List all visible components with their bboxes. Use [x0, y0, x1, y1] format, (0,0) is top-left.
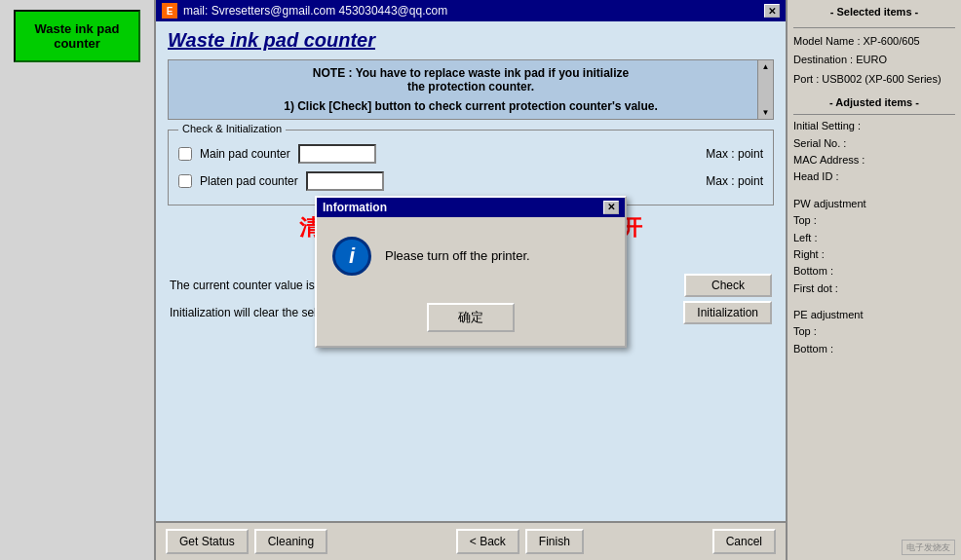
title-bar-left: E mail: Svresetters@gmail.com 453030443@…: [162, 3, 447, 19]
pw-adjustment-label: PW adjustment: [793, 197, 955, 211]
modal-footer: 确定: [317, 295, 625, 346]
pe-adjustment-label: PE adjustment: [793, 308, 955, 322]
modal-message: Please turn off the printer.: [385, 248, 530, 263]
modal-close-button[interactable]: ✕: [603, 201, 619, 214]
initial-setting: Initial Setting :: [793, 119, 955, 133]
pe-adjustment-section: PE adjustment Top : Bottom :: [793, 306, 955, 358]
pe-top: Top :: [793, 324, 955, 339]
destination: Destination : EURO: [793, 53, 955, 67]
serial-no: Serial No. :: [793, 136, 955, 151]
pw-top: Top :: [793, 213, 955, 228]
toolbar-center: < Back Finish: [333, 529, 707, 554]
head-id: Head ID :: [793, 169, 955, 184]
main-area: E mail: Svresetters@gmail.com 453030443@…: [156, 0, 786, 560]
email-bar: mail: Svresetters@gmail.com 453030443@qq…: [183, 4, 447, 18]
title-bar: E mail: Svresetters@gmail.com 453030443@…: [156, 0, 786, 21]
modal-ok-button[interactable]: 确定: [427, 303, 515, 332]
modal-overlay: Information ✕ i Please turn off the prin…: [156, 21, 786, 521]
first-dot: First dot :: [793, 281, 955, 296]
sidebar: Waste ink pad counter: [0, 0, 156, 560]
info-icon: i: [332, 237, 371, 276]
content-area: Waste ink pad counter NOTE : You have to…: [156, 21, 786, 521]
adjusted-items-title: - Adjusted items -: [793, 96, 955, 108]
divider-2: [793, 114, 955, 115]
information-dialog: Information ✕ i Please turn off the prin…: [315, 196, 627, 348]
divider-1: [793, 27, 955, 28]
modal-body: i Please turn off the printer.: [317, 217, 625, 295]
toolbar: Get Status Cleaning < Back Finish Cancel: [156, 521, 786, 560]
adjusted-section: - Adjusted items - Initial Setting : Ser…: [793, 96, 955, 187]
sidebar-item-waste-ink[interactable]: Waste ink pad counter: [14, 10, 140, 62]
logo-watermark: 电子发烧友: [902, 540, 955, 555]
pw-bottom: Bottom :: [793, 264, 955, 279]
app-icon: E: [162, 3, 177, 19]
modal-titlebar: Information ✕: [317, 198, 625, 217]
pw-left: Left :: [793, 231, 955, 245]
cleaning-button[interactable]: Cleaning: [254, 529, 327, 554]
modal-title: Information: [323, 201, 387, 214]
back-button[interactable]: < Back: [456, 529, 519, 554]
pe-bottom: Bottom :: [793, 342, 955, 356]
mac-address: MAC Address :: [793, 153, 955, 168]
model-name: Model Name : XP-600/605: [793, 34, 955, 49]
pw-right: Right :: [793, 247, 955, 262]
pw-adjustment-section: PW adjustment Top : Left : Right : Botto…: [793, 195, 955, 298]
close-button[interactable]: ✕: [764, 4, 780, 18]
right-panel: - Selected items - Model Name : XP-600/6…: [786, 0, 961, 560]
finish-button[interactable]: Finish: [525, 529, 584, 554]
cancel-button[interactable]: Cancel: [712, 529, 776, 554]
port: Port : USB002 (XP-600 Series): [793, 72, 955, 87]
selected-items-title: - Selected items -: [793, 6, 955, 18]
get-status-button[interactable]: Get Status: [166, 529, 249, 554]
